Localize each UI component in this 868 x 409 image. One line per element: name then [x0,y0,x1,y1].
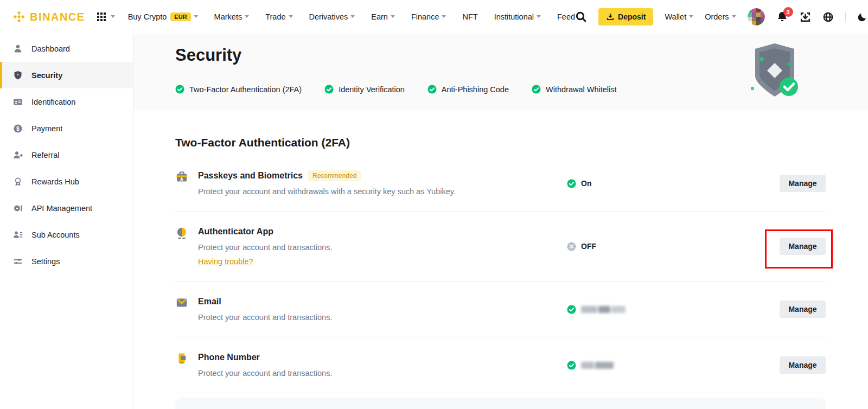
manage-email-button[interactable]: Manage [780,301,826,318]
sidebar-item-identification[interactable]: Identification [0,88,133,115]
sidebar: Dashboard Security Identification $ Paym… [0,34,133,409]
chevron-down-icon [111,15,115,18]
email-icon [175,296,188,309]
row-title: Email [198,296,221,308]
menu-feed[interactable]: Feed [557,12,575,21]
check-circle-icon [567,179,576,188]
dollar-circle-icon: $ [13,124,23,133]
row-action: Manage [780,175,826,192]
menu-institutional[interactable]: Institutional [494,12,541,21]
menu-earn[interactable]: Earn [371,12,395,21]
row-status [567,361,780,370]
menu-derivatives[interactable]: Derivatives [309,12,355,21]
check-circle-icon [567,361,576,370]
row-text: Authenticator App Protect your account a… [198,226,567,267]
row-status [567,305,780,314]
sidebar-item-security[interactable]: Security [0,62,133,88]
sidebar-item-label: Rewards Hub [31,177,79,186]
checklist-label: Anti-Phishing Code [442,85,509,94]
sidebar-item-label: Dashboard [31,44,70,53]
sidebar-item-label: Referral [31,151,60,159]
menu-buy-crypto[interactable]: Buy Crypto EUR [128,12,198,21]
security-header-band: Security Two-Factor Authentication (2FA)… [133,34,868,110]
sidebar-item-dashboard[interactable]: Dashboard [0,35,133,62]
binance-diamond-icon [12,10,26,24]
check-circle-icon [532,85,541,94]
menu-label: Wallet [665,12,686,21]
row-action: Manage [780,238,826,255]
check-circle-icon [427,85,437,94]
menu-finance[interactable]: Finance [411,12,446,21]
download-icon [606,12,615,21]
row-title: Phone Number [198,352,260,363]
deposit-button[interactable]: Deposit [598,8,653,25]
svg-text:$: $ [16,125,20,131]
recommended-badge: Recommended [308,170,361,181]
medal-icon [13,177,23,187]
sidebar-item-referral[interactable]: Referral [0,142,133,168]
menu-nft[interactable]: NFT [462,12,477,21]
row-description: Protect your account and transactions. [198,368,567,379]
row-title: Authenticator App [198,226,273,238]
wallet-menu[interactable]: Wallet [665,12,693,21]
security-shield-graphic [748,42,804,105]
chevron-down-icon [689,15,693,18]
checklist-identity-verification: Identity Verification [324,85,405,94]
row-status: On [567,179,780,188]
chevron-down-icon [289,15,293,18]
sidebar-item-label: Identification [31,98,75,106]
api-plug-icon [13,203,23,213]
page-title: Security [175,46,241,65]
manage-authenticator-button[interactable]: Manage [780,238,826,255]
status-label: OFF [581,242,596,251]
status-label: On [581,179,591,188]
menu-label: Trade [265,12,285,21]
row-phone-number: Phone Number Protect your account and tr… [175,337,826,393]
user-plus-icon [13,150,23,160]
menu-markets[interactable]: Markets [214,12,250,21]
manage-passkeys-button[interactable]: Manage [780,175,826,192]
menu-label: Orders [705,12,729,21]
moon-icon[interactable] [857,12,867,22]
redacted-phone [581,362,614,369]
bell-icon[interactable]: 3 [776,11,788,23]
row-description: Protect your account and transactions. [198,242,567,253]
nav-right-cluster: Deposit Wallet Orders 3 [575,8,867,25]
sidebar-item-label: API Management [31,204,92,213]
top-navigation: BINANCE Buy Crypto EUR Markets Trade Der… [0,0,868,34]
row-text: Passkeys and Biometrics Recommended Prot… [198,170,567,197]
chevron-down-icon [194,15,198,18]
sidebar-item-settings[interactable]: Settings [0,248,133,274]
sidebar-item-label: Settings [31,257,60,266]
row-description: Protect your account and transactions. [198,312,567,323]
row-action: Manage [780,301,826,318]
row-action: Manage [780,356,826,374]
menu-label: NFT [462,12,477,21]
checklist-anti-phishing: Anti-Phishing Code [427,85,509,94]
sidebar-item-sub-accounts[interactable]: Sub Accounts [0,221,133,248]
having-trouble-link[interactable]: Having trouble? [198,256,253,267]
sidebar-item-label: Payment [31,124,62,133]
globe-icon[interactable] [822,11,834,23]
menu-label: Feed [557,12,575,21]
orders-menu[interactable]: Orders [705,12,736,21]
menu-label: Institutional [494,12,534,21]
binance-logo[interactable]: BINANCE [12,10,85,24]
sidebar-item-payment[interactable]: $ Payment [0,115,133,142]
chevron-down-icon [537,15,541,18]
row-authenticator-app: Authenticator App Protect your account a… [175,212,826,282]
id-card-icon [13,97,23,107]
x-circle-icon [567,242,576,251]
sidebar-item-rewards-hub[interactable]: Rewards Hub [0,168,133,195]
next-section-edge [175,398,826,409]
row-text: Email Protect your account and transacti… [198,296,567,323]
desktop-download-icon[interactable] [800,11,811,23]
user-icon [13,44,23,54]
manage-phone-button[interactable]: Manage [780,356,826,374]
sidebar-item-api-management[interactable]: API Management [0,195,133,221]
search-icon[interactable] [575,11,587,23]
menu-trade[interactable]: Trade [265,12,292,21]
row-status: OFF [567,242,780,251]
avatar[interactable] [748,8,765,25]
apps-grid-icon[interactable] [97,12,106,21]
